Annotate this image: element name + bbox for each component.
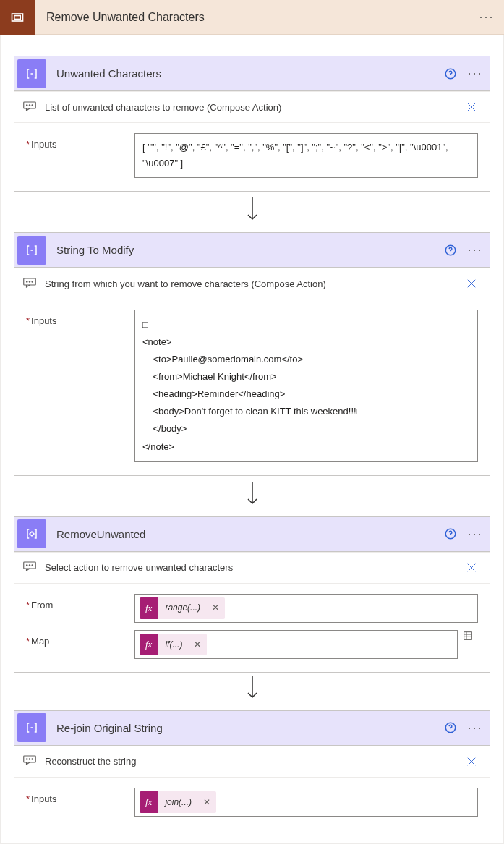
scope-title: Remove Unwanted Characters bbox=[35, 11, 469, 24]
expression-token[interactable]: fxjoin(...)✕ bbox=[140, 791, 216, 813]
compose-icon bbox=[17, 236, 46, 265]
comment-close-button[interactable] bbox=[464, 561, 479, 574]
comment-icon bbox=[23, 101, 38, 114]
action-title: RemoveUnwanted bbox=[46, 528, 440, 540]
svg-point-5 bbox=[29, 104, 30, 106]
svg-point-11 bbox=[32, 281, 33, 282]
help-button[interactable] bbox=[440, 721, 461, 734]
action-comment-bar: Select action to remove unwanted charact… bbox=[14, 552, 490, 584]
inputs-field[interactable]: □ <note> <to>Paulie@somedomain.com</to> … bbox=[134, 310, 478, 461]
help-button[interactable] bbox=[440, 244, 461, 257]
comment-text: List of unwanted characters to remove (C… bbox=[45, 102, 464, 113]
help-button[interactable] bbox=[440, 527, 461, 540]
comment-icon bbox=[23, 755, 38, 767]
inputs-field[interactable]: fxjoin(...)✕ bbox=[134, 788, 478, 817]
action-comment-bar: List of unwanted characters to remove (C… bbox=[14, 91, 490, 123]
svg-rect-17 bbox=[464, 631, 472, 639]
action-comment-bar: String from which you want to remove cha… bbox=[14, 268, 490, 299]
field-label-from: *From bbox=[26, 594, 134, 610]
action-menu-button[interactable]: ··· bbox=[461, 720, 490, 736]
flow-arrow bbox=[14, 673, 490, 710]
action-header[interactable]: Re-join Original String ··· bbox=[14, 711, 490, 746]
action-title: String To Modify bbox=[46, 244, 440, 256]
svg-point-16 bbox=[32, 565, 33, 566]
action-menu-button[interactable]: ··· bbox=[461, 527, 490, 542]
svg-point-9 bbox=[27, 281, 28, 282]
token-remove-button[interactable]: ✕ bbox=[206, 600, 225, 615]
token-remove-button[interactable]: ✕ bbox=[188, 637, 207, 652]
action-rejoin-string: Re-join Original String ··· Reconstruct … bbox=[14, 710, 490, 830]
help-button[interactable] bbox=[440, 67, 461, 80]
comment-text: String from which you want to remove cha… bbox=[45, 278, 464, 289]
action-title: Re-join Original String bbox=[46, 722, 440, 734]
comment-text: Reconstruct the string bbox=[45, 756, 464, 767]
compose-icon bbox=[17, 59, 46, 88]
svg-point-14 bbox=[27, 565, 28, 566]
map-field[interactable]: fxif(...)✕ bbox=[134, 630, 458, 659]
action-header[interactable]: RemoveUnwanted ··· bbox=[14, 517, 490, 552]
svg-rect-1 bbox=[14, 15, 20, 19]
action-remove-unwanted: RemoveUnwanted ··· Select action to remo… bbox=[14, 516, 490, 673]
comment-close-button[interactable] bbox=[464, 101, 479, 114]
comment-icon bbox=[23, 278, 38, 290]
svg-point-15 bbox=[29, 565, 30, 566]
action-header[interactable]: Unwanted Characters ··· bbox=[14, 56, 490, 91]
svg-rect-0 bbox=[12, 14, 23, 21]
svg-point-6 bbox=[32, 104, 33, 106]
from-field[interactable]: fxrange(...)✕ bbox=[134, 594, 478, 623]
action-menu-button[interactable]: ··· bbox=[461, 66, 490, 81]
scope-icon bbox=[0, 0, 35, 35]
token-remove-button[interactable]: ✕ bbox=[197, 795, 216, 809]
compose-icon bbox=[17, 713, 46, 742]
svg-point-20 bbox=[27, 759, 28, 760]
action-menu-button[interactable]: ··· bbox=[461, 242, 490, 257]
select-icon bbox=[17, 519, 46, 548]
flow-arrow bbox=[14, 192, 490, 232]
expression-token[interactable]: fxrange(...)✕ bbox=[140, 597, 225, 619]
field-label-inputs: *Inputs bbox=[26, 788, 134, 804]
field-label-inputs: *Inputs bbox=[26, 310, 134, 326]
map-mode-toggle[interactable] bbox=[458, 630, 478, 642]
inputs-field[interactable]: [ "'", "!", "@", "£", "^", "=", ",", "%"… bbox=[134, 133, 478, 178]
field-label-map: *Map bbox=[26, 630, 134, 647]
svg-point-21 bbox=[29, 759, 30, 760]
scope-header: Remove Unwanted Characters ··· bbox=[0, 0, 504, 35]
field-label-inputs: *Inputs bbox=[26, 133, 134, 150]
svg-point-22 bbox=[32, 759, 33, 760]
flow-canvas: Unwanted Characters ··· List of unwanted… bbox=[0, 35, 504, 844]
comment-close-button[interactable] bbox=[464, 277, 479, 290]
comment-icon bbox=[23, 561, 38, 574]
action-comment-bar: Reconstruct the string bbox=[14, 746, 490, 778]
action-unwanted-characters: Unwanted Characters ··· List of unwanted… bbox=[14, 56, 490, 192]
action-header[interactable]: String To Modify ··· bbox=[14, 233, 490, 268]
svg-point-10 bbox=[29, 281, 30, 282]
scope-menu-button[interactable]: ··· bbox=[469, 9, 504, 25]
action-string-to-modify: String To Modify ··· String from which y… bbox=[14, 232, 490, 475]
action-title: Unwanted Characters bbox=[46, 67, 440, 80]
expression-token[interactable]: fxif(...)✕ bbox=[140, 634, 207, 655]
comment-close-button[interactable] bbox=[464, 755, 479, 768]
comment-text: Select action to remove unwanted charact… bbox=[45, 562, 464, 573]
flow-arrow bbox=[14, 476, 490, 516]
svg-point-4 bbox=[27, 104, 28, 106]
